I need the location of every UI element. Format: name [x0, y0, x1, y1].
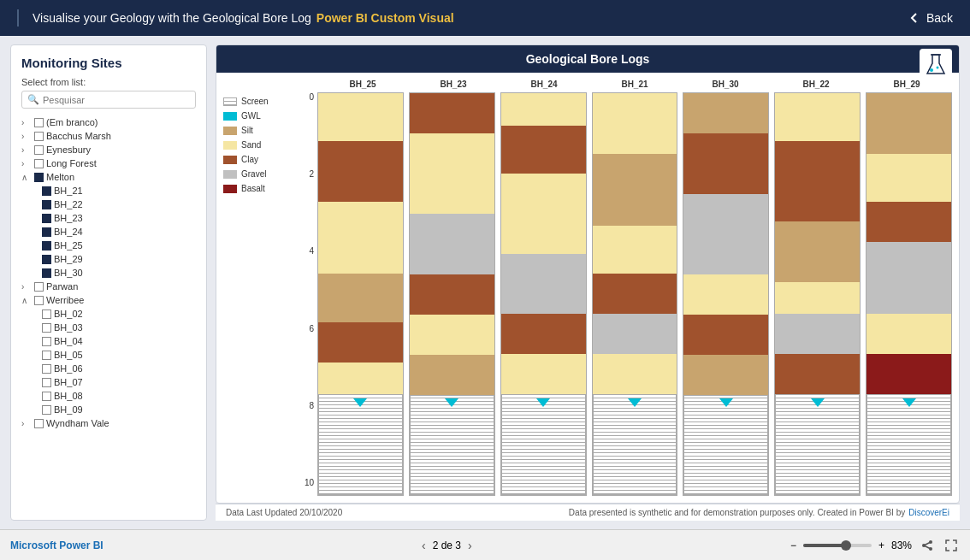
cb-bh09[interactable]	[42, 405, 51, 415]
title-plain: Visualise your Geology with the Geologic…	[33, 11, 311, 25]
next-page-button[interactable]: ›	[468, 539, 472, 552]
search-box[interactable]: 🔍	[21, 91, 196, 109]
bore-columns	[317, 92, 952, 496]
cb-bh06[interactable]	[42, 364, 51, 374]
tree-item-wyndham-vale[interactable]: › Wyndham Vale	[21, 416, 196, 430]
seg-bh29-sand2	[866, 314, 951, 354]
panel-title: Monitoring Sites	[21, 56, 196, 70]
tree-item-bacchus-marsh[interactable]: › Bacchus Marsh	[21, 129, 196, 143]
search-input[interactable]	[43, 95, 190, 105]
label-bh24: BH_24	[54, 227, 83, 237]
svg-point-4	[929, 547, 932, 551]
tree-item-parwan[interactable]: › Parwan	[21, 280, 196, 293]
cb-bacchus-marsh[interactable]	[34, 132, 44, 141]
legend-label-basalt: Basalt	[241, 184, 265, 193]
title-divider	[17, 9, 19, 27]
tree-item-em-branco[interactable]: › (Em branco)	[21, 115, 196, 129]
tree-item-long-forest[interactable]: › Long Forest	[21, 156, 196, 170]
seg-bh29-sand1	[866, 154, 951, 202]
zoom-handle[interactable]	[841, 540, 851, 551]
label-wyndham-vale: Wyndham Vale	[46, 418, 109, 428]
y-label-6: 6	[309, 324, 314, 333]
zoom-minus[interactable]: −	[790, 539, 796, 551]
seg-bh22-sand1	[775, 93, 860, 141]
flask-icon[interactable]	[920, 49, 952, 81]
seg-bh25-sand1	[318, 93, 403, 141]
cb-bh07[interactable]	[42, 378, 51, 387]
seg-bh30-silt1	[683, 93, 768, 133]
bore-column-bh21	[592, 92, 678, 496]
share-icon[interactable]	[919, 537, 936, 554]
zoom-plus[interactable]: +	[878, 539, 884, 551]
cb-bh03[interactable]	[42, 323, 51, 333]
tree-item-bh23[interactable]: BH_23	[42, 211, 196, 225]
cb-bh25[interactable]	[42, 241, 51, 251]
seg-bh23-sand1	[410, 133, 494, 214]
cb-bh22[interactable]	[42, 200, 51, 209]
prev-page-button[interactable]: ‹	[422, 539, 426, 552]
tree-list: › (Em branco) › Bacchus Marsh › Eynesbur…	[21, 115, 196, 430]
tree-item-bh24[interactable]: BH_24	[42, 225, 196, 239]
tree-item-bh06[interactable]: BH_06	[42, 362, 196, 375]
seg-bh23-silt1	[410, 355, 494, 395]
gwl-bh24	[536, 398, 550, 407]
power-bi-link[interactable]: Microsoft Power BI	[10, 539, 104, 551]
seg-bh24-gravel1	[501, 254, 586, 315]
cb-bh02[interactable]	[42, 309, 51, 319]
tree-item-bh03[interactable]: BH_03	[42, 321, 196, 334]
tree-item-bh09[interactable]: BH_09	[42, 403, 196, 416]
cb-bh05[interactable]	[42, 351, 51, 360]
tree-item-bh22[interactable]: BH_22	[42, 197, 196, 211]
tree-item-bh04[interactable]: BH_04	[42, 334, 196, 348]
seg-bh25-screen	[318, 394, 403, 495]
bore-col-bh30: BH_30	[680, 80, 771, 89]
cb-wyndham-vale[interactable]	[34, 419, 44, 428]
cb-werribee[interactable]	[34, 296, 44, 305]
page-info: 2 de 3	[433, 539, 461, 551]
svg-point-1	[930, 68, 933, 72]
tree-item-eynesbury[interactable]: › Eynesbury	[21, 143, 196, 156]
tree-item-bh30[interactable]: BH_30	[42, 266, 196, 280]
tree-item-bh29[interactable]: BH_29	[42, 252, 196, 266]
gwl-bh29	[902, 398, 916, 407]
back-button[interactable]: Back	[908, 11, 953, 25]
gwl-bh25	[353, 398, 367, 407]
footer-link[interactable]: DiscoverEi	[908, 508, 949, 517]
cb-bh23[interactable]	[42, 214, 51, 223]
cb-bh29[interactable]	[42, 255, 51, 264]
cb-em-branco[interactable]	[34, 118, 44, 127]
tree-item-werribee[interactable]: ∧ Werribee	[21, 293, 196, 307]
legend-color-sand	[223, 141, 237, 150]
cb-melton[interactable]	[34, 173, 44, 182]
label-melton: Melton	[46, 172, 74, 182]
footer-right: Data presented is synthetic and for demo…	[569, 508, 949, 517]
cb-bh30[interactable]	[42, 268, 51, 278]
expander-werribee: ∧	[21, 296, 32, 305]
tree-item-bh07[interactable]: BH_07	[42, 375, 196, 389]
legend-color-silt	[223, 127, 237, 135]
y-label-2: 2	[309, 169, 314, 179]
cb-long-forest[interactable]	[34, 159, 44, 168]
cb-parwan[interactable]	[34, 282, 44, 292]
seg-bh24-sand1	[501, 93, 586, 126]
tree-item-bh02[interactable]: BH_02	[42, 307, 196, 321]
cb-eynesbury[interactable]	[34, 145, 44, 155]
tree-item-bh21[interactable]: BH_21	[42, 184, 196, 197]
cb-bh04[interactable]	[42, 337, 51, 346]
expand-icon[interactable]	[943, 537, 960, 554]
cb-bh08[interactable]	[42, 392, 51, 401]
bore-col-bh25: BH_25	[317, 80, 408, 89]
tree-item-bh05[interactable]: BH_05	[42, 348, 196, 362]
tree-item-melton[interactable]: ∧ Melton	[21, 170, 196, 184]
zoom-fill	[803, 544, 844, 547]
cb-bh24[interactable]	[42, 227, 51, 237]
bore-segments-bh30	[683, 92, 769, 496]
bottom-toolbar: Microsoft Power BI ‹ 2 de 3 › − + 83%	[0, 529, 970, 560]
zoom-bar[interactable]	[803, 544, 872, 547]
top-bar-title: Visualise your Geology with the Geologic…	[17, 9, 454, 27]
y-label-8: 8	[309, 401, 314, 410]
label-eynesbury: Eynesbury	[46, 144, 91, 155]
tree-item-bh08[interactable]: BH_08	[42, 389, 196, 403]
cb-bh21[interactable]	[42, 186, 51, 196]
tree-item-bh25[interactable]: BH_25	[42, 239, 196, 252]
